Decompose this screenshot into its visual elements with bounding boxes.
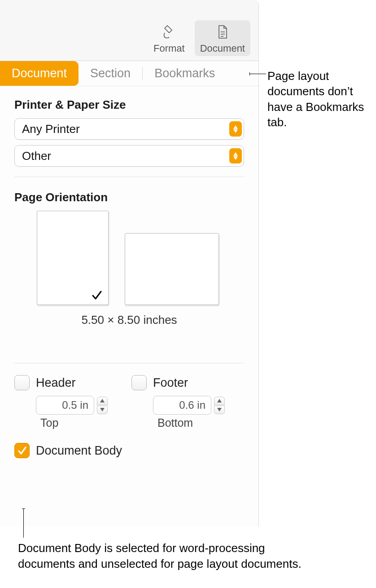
callout-bookmarks-note: Page layout documents don’t have a Bookm… [267,68,371,130]
paper-size-popup-value: Other [22,149,51,163]
document-body-checkbox[interactable] [14,443,30,458]
header-label: Header [36,376,76,390]
document-page-icon [214,23,232,41]
svg-marker-0 [233,125,238,129]
header-margin-input[interactable] [36,396,94,415]
printer-paper-title: Printer & Paper Size [14,98,244,112]
tab-section[interactable]: Section [79,61,142,86]
header-column: Header Top [14,375,127,429]
stepper-up-icon[interactable] [97,397,108,405]
format-brush-icon [160,23,178,41]
header-checkbox[interactable] [14,375,30,390]
svg-marker-1 [233,129,238,133]
top-toolbar: Format Document [0,0,258,61]
svg-marker-3 [233,156,238,160]
stepper-down-icon[interactable] [97,406,108,414]
orientation-title: Page Orientation [14,190,244,204]
divider [14,363,244,363]
svg-marker-4 [100,399,105,402]
svg-marker-5 [100,408,105,411]
svg-marker-6 [217,399,222,402]
footer-stepper[interactable] [214,397,225,414]
footer-label: Footer [153,376,188,390]
document-sidebar-panel: Format Document Document Section Bookmar… [0,0,259,527]
sidebar-content: Printer & Paper Size Any Printer Other P… [0,86,258,466]
popup-arrows-icon [229,148,242,164]
header-footer-row: Header Top Footer [14,375,244,429]
printer-popup-value: Any Printer [22,122,80,136]
printer-popup[interactable]: Any Printer [14,118,244,140]
popup-arrows-icon [229,121,242,137]
callout-leader-line [23,509,24,538]
stepper-down-icon[interactable] [214,406,225,414]
paper-size-popup[interactable]: Other [14,145,244,167]
callout-document-body-note: Document Body is selected for word-proce… [18,540,305,572]
footer-checkbox[interactable] [131,375,147,390]
stepper-up-icon[interactable] [214,397,225,405]
tab-bookmarks[interactable]: Bookmarks [143,61,227,86]
document-subtabs: Document Section Bookmarks [0,61,258,86]
callout-leader-line [250,74,266,74]
orientation-landscape[interactable] [125,233,219,305]
orientation-options [14,211,244,305]
footer-margin-input[interactable] [153,396,211,415]
svg-marker-7 [217,408,222,411]
header-stepper[interactable] [97,397,108,414]
format-button-label: Format [153,43,185,54]
footer-column: Footer Bottom [131,375,244,429]
document-body-row: Document Body [14,443,244,458]
header-position-label: Top [40,416,127,429]
footer-position-label: Bottom [157,416,244,429]
document-button[interactable]: Document [195,20,250,56]
divider [14,177,244,177]
checkmark-icon [91,289,103,301]
orientation-portrait[interactable] [37,211,109,305]
tab-document[interactable]: Document [0,61,79,86]
page-dimensions: 5.50 × 8.50 inches [14,313,244,327]
document-button-label: Document [200,43,245,54]
document-body-label: Document Body [36,444,122,458]
svg-marker-2 [233,152,238,156]
format-button[interactable]: Format [148,20,190,56]
